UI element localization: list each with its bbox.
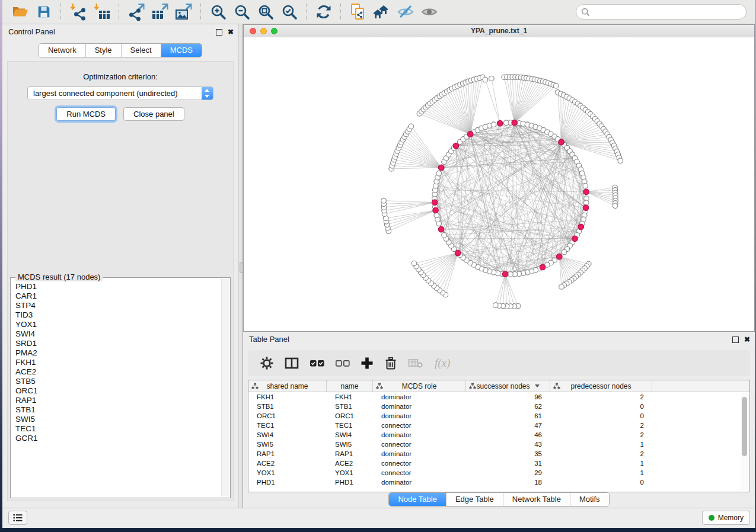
zoom-out-button[interactable] xyxy=(231,2,253,22)
network-dominator-node[interactable] xyxy=(583,205,589,211)
network-dominator-node[interactable] xyxy=(512,120,518,126)
add-column-button[interactable] xyxy=(361,357,374,370)
zoom-selected-button[interactable] xyxy=(279,2,300,22)
table-row[interactable]: STB1STB1dominator620 xyxy=(248,402,749,411)
deselect-all-rows-button[interactable] xyxy=(335,358,350,368)
maximize-window-icon[interactable] xyxy=(271,28,277,34)
table-row[interactable]: ACE2ACE2connector311 xyxy=(248,459,749,468)
network-dominator-node[interactable] xyxy=(438,226,444,232)
table-tab-node-table[interactable]: Node Table xyxy=(389,493,446,506)
mcds-result-item[interactable]: GCR1 xyxy=(15,434,221,443)
tab-select[interactable]: Select xyxy=(121,44,161,57)
float-panel-icon[interactable] xyxy=(216,29,222,36)
close-table-panel-icon[interactable]: ✖ xyxy=(744,336,750,342)
mcds-result-item[interactable]: ORC1 xyxy=(15,386,221,396)
network-node[interactable] xyxy=(491,122,496,127)
network-dominator-node[interactable] xyxy=(540,264,546,270)
mcds-result-item[interactable]: PHD1 xyxy=(15,282,221,291)
save-session-button[interactable] xyxy=(33,2,55,22)
network-dominator-node[interactable] xyxy=(467,132,473,137)
network-node[interactable] xyxy=(436,171,442,176)
table-row[interactable]: SWI4SWI4dominator462 xyxy=(248,430,749,440)
network-dominator-node[interactable] xyxy=(453,143,459,149)
table-row[interactable]: PHD1PHD1dominator180 xyxy=(248,477,749,487)
mcds-result-item[interactable]: STB5 xyxy=(15,377,221,386)
network-node[interactable] xyxy=(504,120,509,126)
mcds-result-item[interactable]: TEC1 xyxy=(15,424,221,434)
run-mcds-button[interactable]: Run MCDS xyxy=(56,107,116,121)
network-node[interactable] xyxy=(442,233,447,238)
network-dominator-node[interactable] xyxy=(502,271,508,277)
table-row[interactable]: YOX1YOX1connector291 xyxy=(248,468,749,477)
tab-mcds[interactable]: MCDS xyxy=(161,44,202,57)
network-view[interactable] xyxy=(244,37,754,331)
float-table-panel-icon[interactable] xyxy=(732,336,739,343)
select-all-rows-button[interactable] xyxy=(310,358,325,368)
mcds-result-list[interactable]: PHD1CAR1STP4TID3YOX1SWI4SRD1PMA2FKH1ACE2… xyxy=(12,279,221,496)
first-neighbors-button[interactable] xyxy=(371,2,393,22)
close-panel-button[interactable]: Close panel xyxy=(123,107,184,121)
network-leaf-node[interactable] xyxy=(489,76,495,81)
network-leaf-node[interactable] xyxy=(554,84,559,89)
export-network-button[interactable] xyxy=(126,2,147,22)
clone-network-button[interactable] xyxy=(347,2,369,22)
network-leaf-node[interactable] xyxy=(483,77,488,82)
network-node[interactable] xyxy=(434,213,439,218)
network-leaf-node[interactable] xyxy=(618,158,623,164)
show-all-button[interactable] xyxy=(419,2,440,22)
column-header-predecessor-nodes[interactable]: predecessor nodes xyxy=(550,380,652,392)
mcds-result-item[interactable]: STP4 xyxy=(15,301,221,310)
network-dominator-node[interactable] xyxy=(559,139,564,145)
tab-style[interactable]: Style xyxy=(85,44,121,57)
network-dominator-node[interactable] xyxy=(557,254,563,259)
open-session-button[interactable] xyxy=(9,2,31,22)
minimize-window-icon[interactable] xyxy=(260,28,267,34)
network-node[interactable] xyxy=(508,272,513,277)
network-leaf-node[interactable] xyxy=(412,261,417,266)
column-header-successor-nodes[interactable]: successor nodes xyxy=(466,380,550,392)
mcds-result-item[interactable]: STB1 xyxy=(15,405,221,415)
hide-selected-button[interactable] xyxy=(395,2,416,22)
network-node[interactable] xyxy=(562,249,567,255)
table-tab-edge-table[interactable]: Edge Table xyxy=(446,493,503,506)
tab-network[interactable]: Network xyxy=(39,44,85,57)
network-leaf-node[interactable] xyxy=(613,203,618,209)
import-table-button[interactable] xyxy=(91,2,113,22)
mcds-result-item[interactable]: PMA2 xyxy=(15,348,221,358)
mcds-result-item[interactable]: FKH1 xyxy=(15,358,221,367)
search-input[interactable] xyxy=(576,4,747,20)
network-dominator-node[interactable] xyxy=(455,250,461,256)
table-tab-motifs[interactable]: Motifs xyxy=(570,493,609,506)
mcds-result-item[interactable]: SWI5 xyxy=(15,415,221,424)
refresh-layout-button[interactable] xyxy=(313,2,334,22)
network-dominator-node[interactable] xyxy=(583,189,589,195)
mcds-result-item[interactable]: ACE2 xyxy=(15,367,221,377)
mcds-result-item[interactable]: YOX1 xyxy=(15,320,221,329)
table-scrollbar[interactable] xyxy=(741,393,748,490)
toggle-columns-button[interactable] xyxy=(284,357,299,370)
panel-splitter[interactable] xyxy=(238,24,243,508)
column-header-shared-name[interactable]: shared name xyxy=(248,380,327,392)
scrollbar-thumb[interactable] xyxy=(742,397,747,456)
memory-button[interactable]: Memory xyxy=(702,511,750,525)
network-window-titlebar[interactable]: YPA_prune.txt_1 xyxy=(244,25,754,38)
close-panel-icon[interactable]: ✖ xyxy=(228,29,234,35)
table-row[interactable]: RAP1RAP1dominator352 xyxy=(248,449,749,459)
zoom-fit-button[interactable] xyxy=(255,2,276,22)
close-window-icon[interactable] xyxy=(250,28,256,34)
network-dominator-node[interactable] xyxy=(438,165,444,171)
table-row[interactable]: TEC1TEC1connector472 xyxy=(248,421,749,430)
task-history-button[interactable] xyxy=(8,511,27,525)
mcds-result-item[interactable]: SWI4 xyxy=(15,329,221,339)
zoom-in-button[interactable] xyxy=(208,2,229,22)
network-dominator-node[interactable] xyxy=(432,200,438,206)
network-node[interactable] xyxy=(584,200,589,206)
table-tab-network-table[interactable]: Network Table xyxy=(503,493,570,506)
export-table-button[interactable] xyxy=(149,2,171,22)
column-settings-button[interactable] xyxy=(260,356,274,370)
network-dominator-node[interactable] xyxy=(497,120,503,126)
network-node[interactable] xyxy=(583,183,588,188)
export-image-button[interactable] xyxy=(173,2,194,22)
network-dominator-node[interactable] xyxy=(572,236,578,242)
column-header-MCDS-role[interactable]: MCDS role xyxy=(373,380,466,392)
